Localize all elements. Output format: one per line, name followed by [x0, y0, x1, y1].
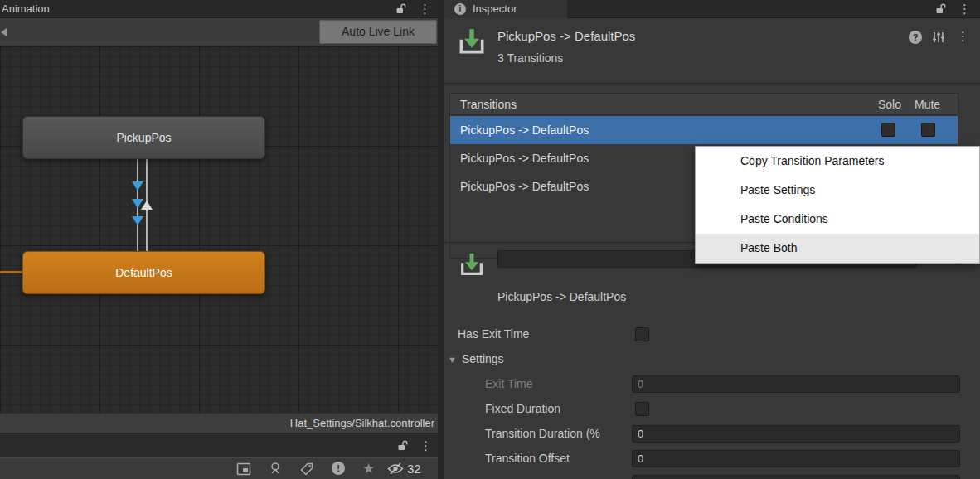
kebab-menu-icon[interactable]: ⋮	[958, 2, 971, 16]
state-node-label: DefaultPos	[115, 266, 172, 279]
animator-graph[interactable]: PickupPos DefaultPos	[0, 46, 439, 413]
eye-off-icon[interactable]	[387, 462, 404, 475]
transition-row[interactable]: PickupPos -> DefaultPos	[450, 116, 958, 144]
transition-row-label: PickupPos -> DefaultPos	[460, 152, 589, 165]
has-exit-time-label: Has Exit Time	[458, 327, 529, 341]
menu-item-copy-transition-parameters[interactable]: Copy Transition Parameters	[696, 147, 979, 176]
exit-time-input[interactable]	[632, 375, 960, 393]
warning-icon[interactable]: !	[332, 462, 345, 475]
help-icon[interactable]: ?	[909, 31, 922, 44]
info-icon: i	[454, 3, 466, 15]
lock-icon[interactable]	[395, 3, 406, 15]
transition-arrow-down-icon	[132, 216, 143, 225]
next-field-partial[interactable]	[632, 475, 960, 479]
mute-column-label: Mute	[915, 98, 940, 111]
menu-item-paste-conditions[interactable]: Paste Conditions	[696, 205, 979, 234]
has-exit-time-checkbox[interactable]	[635, 327, 649, 341]
tab-animation[interactable]: Animation	[2, 2, 50, 15]
bottom-panel-header: ⋮	[0, 433, 439, 457]
transition-detail-title: PickupPos -> DefaultPos	[497, 290, 626, 303]
lock-icon[interactable]	[397, 440, 408, 452]
inspector-title: PickupPos -> DefaultPos	[497, 29, 635, 43]
transition-row-label: PickupPos -> DefaultPos	[460, 123, 589, 137]
animator-tab-bar: Animation ⋮	[0, 0, 439, 18]
kebab-menu-icon[interactable]: ⋮	[420, 439, 432, 452]
transition-duration-label: Transition Duration (%	[485, 427, 600, 440]
state-node-defaultpos[interactable]: DefaultPos	[22, 251, 265, 294]
transition-icon	[458, 251, 486, 279]
mute-checkbox[interactable]	[921, 123, 935, 137]
transition-arrow-down-icon	[132, 181, 143, 191]
state-node-label: PickupPos	[116, 131, 171, 144]
preset-icon[interactable]	[932, 31, 945, 44]
pane-splitter[interactable]	[438, 0, 444, 479]
solo-column-label: Solo	[878, 98, 901, 111]
transition-offset-input[interactable]	[632, 450, 960, 467]
foldout-arrow-icon[interactable]: ▼	[448, 355, 457, 365]
lamp-icon[interactable]	[269, 462, 282, 476]
star-icon[interactable]: ★	[362, 460, 375, 477]
kebab-menu-icon[interactable]: ⋮	[419, 2, 431, 16]
fixed-duration-checkbox[interactable]	[635, 402, 649, 416]
menu-item-paste-settings[interactable]: Paste Settings	[696, 176, 979, 205]
controller-path-bar: Hat_Settings/Silkhat.controller	[0, 413, 439, 433]
transitions-list-header: Transitions Solo Mute	[450, 94, 958, 115]
tab-inspector[interactable]: i Inspector	[444, 0, 567, 18]
entry-transition-line	[0, 271, 23, 273]
window-icon[interactable]	[236, 462, 251, 476]
controller-path: Hat_Settings/Silkhat.controller	[290, 417, 434, 429]
transition-row-label: PickupPos -> DefaultPos	[460, 180, 589, 193]
transition-duration-input[interactable]	[632, 425, 960, 443]
menu-item-paste-both[interactable]: Paste Both	[696, 234, 979, 263]
inspector-tab-bar: i Inspector ⋮	[444, 0, 980, 18]
transition-arrow-up-icon	[141, 201, 153, 210]
solo-checkbox[interactable]	[881, 123, 895, 137]
animator-toolbar: Auto Live Link	[0, 18, 439, 46]
transition-icon	[456, 27, 488, 58]
tag-icon[interactable]	[300, 462, 313, 476]
bottom-panel-toolbar: ! ★ 32	[0, 457, 439, 479]
lock-icon[interactable]	[935, 3, 946, 15]
transition-offset-label: Transition Offset	[485, 452, 570, 465]
hidden-objects-count: 32	[407, 462, 421, 476]
state-node-pickuppos[interactable]: PickupPos	[22, 116, 265, 159]
tab-inspector-label: Inspector	[473, 2, 517, 15]
kebab-menu-icon[interactable]: ⋮	[957, 30, 969, 43]
scroll-left-icon[interactable]	[1, 28, 7, 36]
transitions-title: Transitions	[460, 98, 517, 111]
fixed-duration-label: Fixed Duration	[485, 402, 560, 415]
inspector-subtitle: 3 Transitions	[497, 51, 563, 65]
settings-foldout-label[interactable]: Settings	[462, 352, 504, 365]
unity-editor-window: Animation ⋮ Auto Live Link PickupPos Def…	[0, 0, 980, 479]
divider	[444, 83, 980, 84]
auto-live-link-button[interactable]: Auto Live Link	[319, 20, 437, 44]
context-menu: Copy Transition Parameters Paste Setting…	[695, 146, 980, 264]
exit-time-label: Exit Time	[485, 377, 533, 390]
